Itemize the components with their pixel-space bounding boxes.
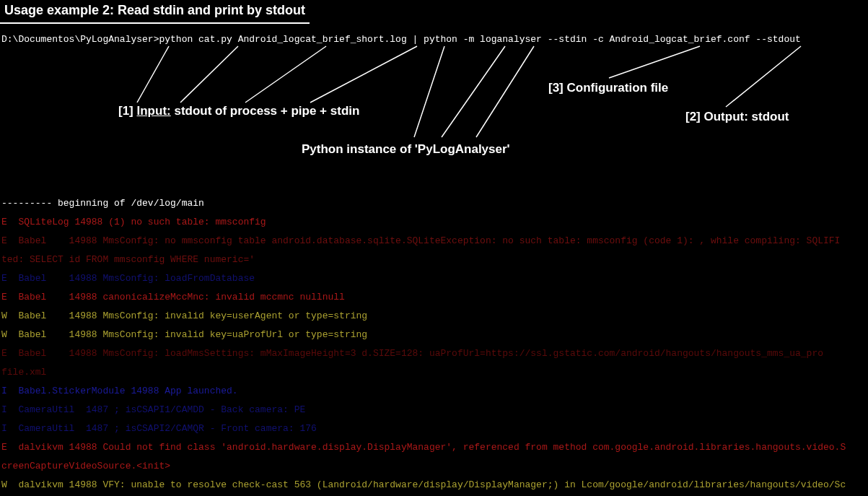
log-line: W Babel 14988 MmsConfig: invalid key=uaP… (1, 330, 868, 339)
svg-line-8 (726, 46, 801, 107)
annotation-area: [1] Input: stdout of process + pipe + st… (0, 45, 868, 189)
log-output: --------- beginning of /dev/log/main E S… (0, 189, 868, 496)
log-line: E Babel 14988 MmsConfig: no mmsconfig ta… (1, 236, 868, 245)
annotation-input-text: stdout of process + pipe + stdin (171, 104, 360, 118)
annotation-config-num: [3] (548, 81, 564, 95)
svg-line-6 (476, 46, 534, 137)
annotation-instance: Python instance of 'PyLogAnalyser' (302, 142, 510, 157)
svg-line-2 (245, 46, 326, 103)
log-line: ted: SELECT id FROM mmsconfig WHERE nume… (1, 255, 868, 264)
page-title: Usage example 2: Read stdin and print by… (0, 0, 310, 24)
log-line: --------- beginning of /dev/log/main (1, 199, 868, 208)
log-line: E Babel 14988 MmsConfig: loadMmsSettings… (1, 349, 868, 358)
svg-line-4 (414, 46, 444, 137)
annotation-output-num: [2] (685, 110, 701, 123)
svg-line-5 (442, 46, 505, 137)
log-line: I CameraUtil 1487 ; isCSAPI2/CAMQR - Fro… (1, 424, 868, 433)
annotation-input-num: [1] (118, 104, 133, 118)
annotation-config-text: Configuration file (567, 81, 669, 95)
svg-line-0 (137, 46, 169, 103)
log-line: W dalvikvm 14988 VFY: unable to resolve … (1, 480, 868, 490)
log-line: E Babel 14988 canonicalizeMccMnc: invali… (1, 292, 868, 302)
command-line: D:\Documentos\PyLogAnalyser>python cat.p… (0, 34, 868, 45)
svg-line-3 (310, 46, 417, 103)
log-line: I Babel.StickerModule 14988 App launched… (1, 386, 868, 396)
log-line: W Babel 14988 MmsConfig: invalid key=use… (1, 311, 868, 321)
svg-line-1 (180, 46, 238, 103)
annotation-output: [2] Output: stdout (685, 110, 789, 124)
annotation-input-key: Input: (137, 104, 171, 118)
log-line: file.xml (1, 367, 868, 377)
annotation-output-key: Output: stdout (704, 110, 789, 123)
log-line: creenCaptureVideoSource.<init> (1, 461, 868, 471)
svg-line-7 (609, 46, 700, 78)
annotation-config: [3] Configuration file (548, 81, 668, 95)
annotation-input: [1] Input: stdout of process + pipe + st… (118, 104, 359, 118)
log-line: E Babel 14988 MmsConfig: loadFromDatabas… (1, 274, 868, 283)
log-line: E dalvikvm 14988 Could not find class 'a… (1, 443, 868, 452)
log-line: E SQLiteLog 14988 (1) no such table: mms… (1, 217, 868, 227)
log-line: I CameraUtil 1487 ; isCSAPI1/CAMDD - Bac… (1, 405, 868, 414)
